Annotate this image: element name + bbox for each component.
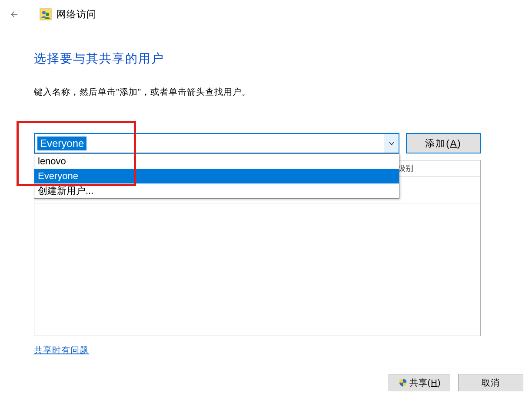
window-title: 网络访问: [57, 8, 96, 21]
share-button[interactable]: 共享(H): [389, 374, 450, 391]
svg-point-2: [42, 11, 46, 14]
network-share-icon: [39, 8, 52, 21]
dropdown-option-create-new-user[interactable]: 创建新用户...: [34, 183, 399, 198]
page-instruction: 键入名称，然后单击"添加"，或者单击箭头查找用户。: [34, 86, 251, 98]
svg-point-3: [46, 13, 49, 16]
user-input[interactable]: Everyone: [35, 134, 384, 153]
user-dropdown-list: lenovo Everyone 创建新用户...: [34, 153, 399, 199]
add-button[interactable]: 添加(A): [406, 133, 481, 153]
user-combobox[interactable]: Everyone: [34, 133, 399, 153]
user-input-value: Everyone: [37, 137, 86, 150]
page-heading: 选择要与其共享的用户: [34, 50, 164, 67]
cancel-button[interactable]: 取消: [458, 374, 523, 391]
dropdown-option-everyone[interactable]: Everyone: [34, 169, 399, 183]
dropdown-toggle[interactable]: [384, 134, 399, 153]
chevron-down-icon: [389, 140, 395, 147]
footer-divider: [0, 369, 532, 369]
sharing-help-link[interactable]: 共享时有问题: [34, 344, 89, 356]
dropdown-option-lenovo[interactable]: lenovo: [34, 154, 399, 169]
uac-shield-icon: [398, 378, 408, 387]
back-button[interactable]: [7, 8, 20, 21]
arrow-left-icon: [9, 10, 18, 19]
